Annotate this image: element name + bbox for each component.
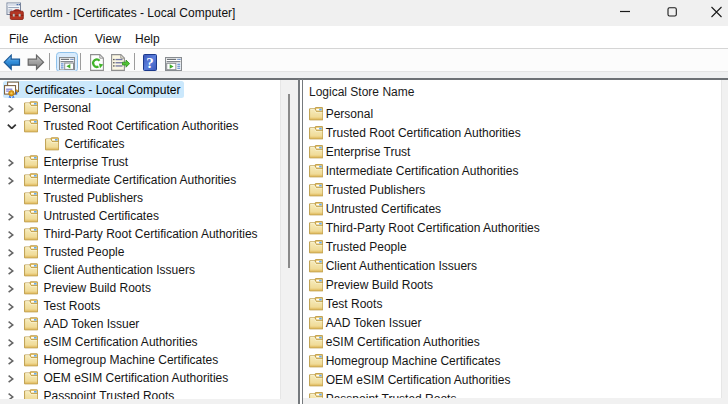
svg-text:?: ?	[146, 54, 154, 70]
